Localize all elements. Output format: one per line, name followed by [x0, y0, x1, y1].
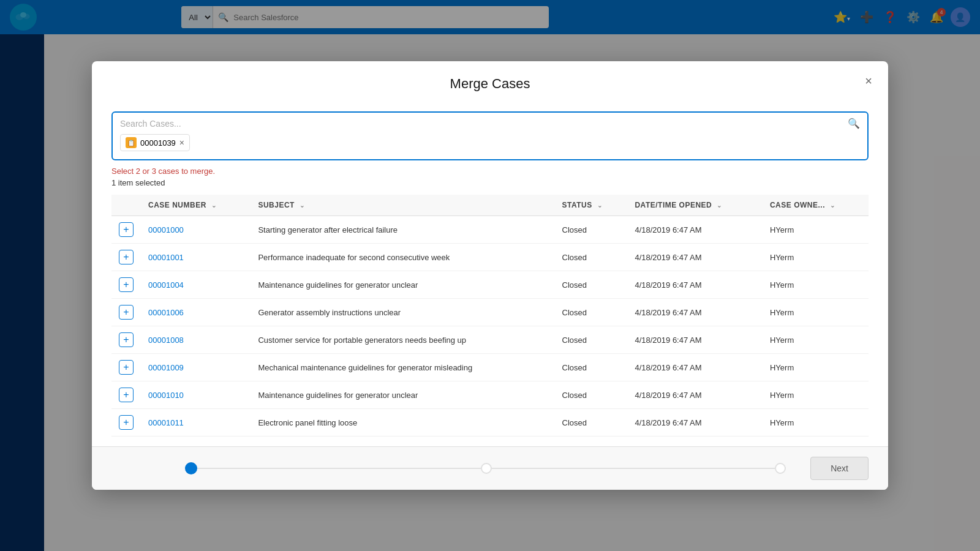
- selected-tags-container: 📋 00001039 ×: [120, 134, 860, 151]
- row-subject: Maintenance guidelines for generator unc…: [251, 381, 554, 409]
- row-case-number: 00001010: [141, 381, 251, 409]
- row-add-cell: +: [111, 326, 141, 354]
- row-case-number: 00001011: [141, 409, 251, 437]
- modal-close-button[interactable]: ×: [859, 71, 878, 91]
- case-tag-icon: 📋: [126, 137, 137, 148]
- modal-header: Merge Cases ×: [92, 61, 888, 102]
- case-number-link[interactable]: 00001000: [148, 225, 184, 234]
- case-number-link[interactable]: 00001006: [148, 308, 184, 317]
- case-number-link[interactable]: 00001009: [148, 363, 184, 372]
- table-row: + 00001009 Mechanical maintenance guidel…: [111, 354, 869, 381]
- th-case-owner[interactable]: CASE OWNE... ⌄: [763, 195, 869, 216]
- row-date-opened: 4/18/2019 6:47 AM: [627, 244, 763, 271]
- row-status: Closed: [555, 326, 628, 354]
- add-case-button[interactable]: +: [119, 222, 134, 237]
- search-magnifier-icon: 🔍: [848, 118, 860, 129]
- sort-status-icon: ⌄: [597, 202, 603, 209]
- row-add-cell: +: [111, 299, 141, 326]
- case-number-link[interactable]: 00001001: [148, 253, 184, 262]
- add-case-button[interactable]: +: [119, 360, 134, 375]
- row-status: Closed: [555, 409, 628, 437]
- th-action: [111, 195, 141, 216]
- modal-title: Merge Cases: [111, 76, 869, 92]
- add-case-button[interactable]: +: [119, 388, 134, 402]
- row-case-number: 00001001: [141, 244, 251, 271]
- row-date-opened: 4/18/2019 6:47 AM: [627, 299, 763, 326]
- row-subject: Electronic panel fitting loose: [251, 409, 554, 437]
- row-add-cell: +: [111, 354, 141, 381]
- next-button[interactable]: Next: [810, 457, 869, 480]
- sort-date-icon: ⌄: [717, 202, 722, 209]
- row-date-opened: 4/18/2019 6:47 AM: [627, 409, 763, 437]
- row-date-opened: 4/18/2019 6:47 AM: [627, 271, 763, 299]
- items-selected-count: 1 item selected: [111, 178, 869, 187]
- row-status: Closed: [555, 354, 628, 381]
- tag-case-number: 00001039: [140, 138, 176, 148]
- cases-table: CASE NUMBER ⌄ SUBJECT ⌄ STATUS ⌄ DATE/TI…: [111, 195, 869, 437]
- case-number-link[interactable]: 00001004: [148, 280, 184, 290]
- merge-cases-modal: Merge Cases × Search Cases... 🔍 📋 000010…: [92, 61, 888, 490]
- row-case-owner: HYerm: [763, 299, 869, 326]
- case-number-link[interactable]: 00001008: [148, 335, 184, 345]
- progress-indicator: [185, 462, 786, 474]
- validation-message: Select 2 or 3 cases to merge.: [111, 167, 869, 176]
- case-number-link[interactable]: 00001010: [148, 391, 184, 400]
- row-date-opened: 4/18/2019 6:47 AM: [627, 216, 763, 244]
- row-case-owner: HYerm: [763, 326, 869, 354]
- table-row: + 00001006 Generator assembly instructio…: [111, 299, 869, 326]
- row-subject: Performance inadequate for second consec…: [251, 244, 554, 271]
- modal-body: Search Cases... 🔍 📋 00001039 × Select 2 …: [92, 102, 888, 446]
- table-row: + 00001011 Electronic panel fitting loos…: [111, 409, 869, 437]
- row-case-owner: HYerm: [763, 216, 869, 244]
- add-case-button[interactable]: +: [119, 332, 134, 347]
- case-number-link[interactable]: 00001011: [148, 418, 184, 427]
- modal-footer: Next: [92, 446, 888, 490]
- row-subject: Customer service for portable generators…: [251, 326, 554, 354]
- row-status: Closed: [555, 244, 628, 271]
- sort-subject-icon: ⌄: [300, 202, 305, 209]
- row-date-opened: 4/18/2019 6:47 AM: [627, 326, 763, 354]
- row-subject: Mechanical maintenance guidelines for ge…: [251, 354, 554, 381]
- row-case-owner: HYerm: [763, 244, 869, 271]
- row-case-owner: HYerm: [763, 354, 869, 381]
- row-status: Closed: [555, 216, 628, 244]
- row-case-number: 00001004: [141, 271, 251, 299]
- row-add-cell: +: [111, 271, 141, 299]
- table-row: + 00001008 Customer service for portable…: [111, 326, 869, 354]
- row-add-cell: +: [111, 216, 141, 244]
- row-case-number: 00001008: [141, 326, 251, 354]
- th-subject[interactable]: SUBJECT ⌄: [251, 195, 554, 216]
- row-status: Closed: [555, 299, 628, 326]
- selected-case-tag[interactable]: 📋 00001039 ×: [120, 134, 190, 151]
- table-header: CASE NUMBER ⌄ SUBJECT ⌄ STATUS ⌄ DATE/TI…: [111, 195, 869, 216]
- row-subject: Starting generator after electrical fail…: [251, 216, 554, 244]
- th-case-number[interactable]: CASE NUMBER ⌄: [141, 195, 251, 216]
- tag-remove-button[interactable]: ×: [179, 138, 184, 147]
- row-date-opened: 4/18/2019 6:47 AM: [627, 354, 763, 381]
- progress-step-3: [775, 463, 786, 474]
- table-row: + 00001004 Maintenance guidelines for ge…: [111, 271, 869, 299]
- table-body: + 00001000 Starting generator after elec…: [111, 216, 869, 437]
- th-date-opened[interactable]: DATE/TIME OPENED ⌄: [627, 195, 763, 216]
- table-row: + 00001001 Performance inadequate for se…: [111, 244, 869, 271]
- row-case-number: 00001009: [141, 354, 251, 381]
- row-date-opened: 4/18/2019 6:47 AM: [627, 381, 763, 409]
- th-status[interactable]: STATUS ⌄: [555, 195, 628, 216]
- progress-line-2: [492, 468, 775, 469]
- table-row: + 00001000 Starting generator after elec…: [111, 216, 869, 244]
- case-search-container[interactable]: Search Cases... 🔍 📋 00001039 ×: [111, 111, 869, 160]
- progress-line-1: [197, 468, 481, 469]
- sort-owner-icon: ⌄: [830, 202, 835, 209]
- add-case-button[interactable]: +: [119, 415, 134, 430]
- search-top-row: Search Cases... 🔍: [120, 118, 860, 129]
- add-case-button[interactable]: +: [119, 277, 134, 292]
- search-input-placeholder: Search Cases...: [120, 119, 848, 129]
- add-case-button[interactable]: +: [119, 250, 134, 264]
- row-case-owner: HYerm: [763, 271, 869, 299]
- row-case-owner: HYerm: [763, 409, 869, 437]
- row-case-owner: HYerm: [763, 381, 869, 409]
- add-case-button[interactable]: +: [119, 305, 134, 320]
- row-status: Closed: [555, 271, 628, 299]
- row-subject: Generator assembly instructions unclear: [251, 299, 554, 326]
- row-add-cell: +: [111, 244, 141, 271]
